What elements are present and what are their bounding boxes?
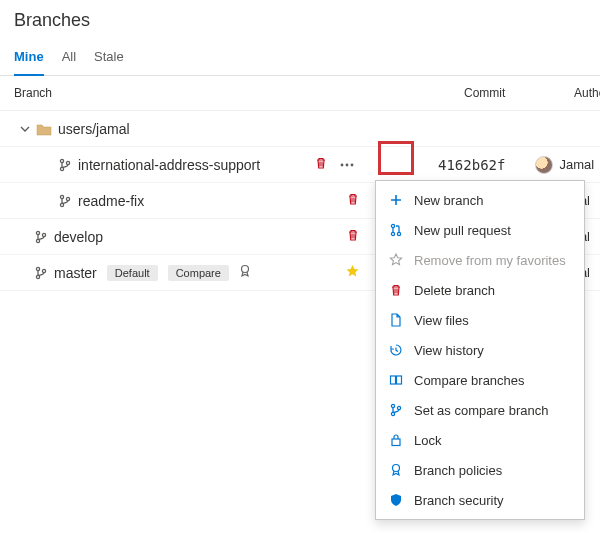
tabs-bar: Mine All Stale xyxy=(0,35,600,76)
svg-point-23 xyxy=(397,406,400,409)
svg-point-11 xyxy=(42,233,45,236)
column-author: Author xyxy=(574,86,600,100)
delete-icon[interactable] xyxy=(314,156,328,173)
folder-name: users/jamal xyxy=(58,121,130,137)
pull-request-icon xyxy=(388,222,404,238)
history-icon xyxy=(388,342,404,358)
svg-point-12 xyxy=(36,267,39,270)
author-name: Jamal xyxy=(559,157,594,172)
plus-icon xyxy=(388,192,404,208)
compare-icon xyxy=(388,372,404,388)
branch-icon xyxy=(58,158,72,172)
folder-row[interactable]: users/jamal xyxy=(0,111,600,147)
chevron-down-icon[interactable] xyxy=(20,124,30,134)
branch-row[interactable]: international-address-support 4162b62f J… xyxy=(0,147,600,183)
menu-label: Branch policies xyxy=(414,463,502,478)
menu-label: New branch xyxy=(414,193,483,208)
column-commit: Commit xyxy=(464,86,574,100)
svg-point-0 xyxy=(60,159,63,162)
svg-rect-24 xyxy=(392,439,400,446)
menu-label: View files xyxy=(414,313,469,328)
svg-point-17 xyxy=(391,232,394,235)
svg-rect-20 xyxy=(397,376,402,384)
branch-name: international-address-support xyxy=(78,157,260,173)
page-title: Branches xyxy=(14,10,586,31)
branch-icon xyxy=(34,266,48,280)
award-icon xyxy=(388,462,404,478)
menu-new-pr[interactable]: New pull request xyxy=(376,215,584,245)
lock-icon xyxy=(388,432,404,448)
branch-icon xyxy=(58,194,72,208)
menu-lock[interactable]: Lock xyxy=(376,425,584,455)
svg-point-3 xyxy=(341,163,344,166)
svg-point-5 xyxy=(351,163,354,166)
svg-point-15 xyxy=(241,266,248,273)
star-icon[interactable] xyxy=(345,264,360,282)
svg-point-2 xyxy=(66,161,69,164)
branch-icon xyxy=(34,230,48,244)
svg-point-4 xyxy=(346,163,349,166)
trash-icon xyxy=(388,282,404,298)
menu-set-compare[interactable]: Set as compare branch xyxy=(376,395,584,425)
more-options-button[interactable] xyxy=(334,153,360,177)
branch-icon xyxy=(388,402,404,418)
tab-all[interactable]: All xyxy=(62,43,76,75)
menu-label: Branch security xyxy=(414,493,504,508)
menu-label: Remove from my favorites xyxy=(414,253,566,268)
menu-new-branch[interactable]: New branch xyxy=(376,185,584,215)
menu-branch-policies[interactable]: Branch policies xyxy=(376,455,584,485)
tab-mine[interactable]: Mine xyxy=(14,43,44,76)
avatar xyxy=(535,156,553,174)
svg-point-16 xyxy=(391,224,394,227)
svg-point-9 xyxy=(36,231,39,234)
shield-icon xyxy=(388,492,404,508)
column-headers: Branch Commit Author xyxy=(0,76,600,111)
column-branch: Branch xyxy=(14,86,364,100)
menu-branch-security[interactable]: Branch security xyxy=(376,485,584,515)
menu-label: Delete branch xyxy=(414,283,495,298)
menu-view-history[interactable]: View history xyxy=(376,335,584,365)
menu-delete-branch[interactable]: Delete branch xyxy=(376,275,584,305)
compare-badge: Compare xyxy=(168,265,229,281)
branch-context-menu: New branch New pull request Remove from … xyxy=(375,180,585,520)
svg-point-21 xyxy=(391,404,394,407)
branch-name: master xyxy=(54,265,97,281)
menu-label: View history xyxy=(414,343,484,358)
award-icon xyxy=(239,264,251,281)
menu-label: Lock xyxy=(414,433,441,448)
commit-hash[interactable]: 4162b62f xyxy=(438,157,505,173)
menu-label: Set as compare branch xyxy=(414,403,548,418)
svg-point-18 xyxy=(397,232,400,235)
star-outline-icon xyxy=(388,252,404,268)
menu-remove-favorite: Remove from my favorites xyxy=(376,245,584,275)
branch-name: readme-fix xyxy=(78,193,144,209)
delete-icon[interactable] xyxy=(346,192,360,209)
default-badge: Default xyxy=(107,265,158,281)
branch-name: develop xyxy=(54,229,103,245)
svg-rect-19 xyxy=(391,376,396,384)
svg-point-8 xyxy=(66,197,69,200)
menu-label: New pull request xyxy=(414,223,511,238)
svg-point-25 xyxy=(393,465,400,472)
delete-icon[interactable] xyxy=(346,228,360,245)
menu-view-files[interactable]: View files xyxy=(376,305,584,335)
folder-icon xyxy=(36,122,52,136)
tab-stale[interactable]: Stale xyxy=(94,43,124,75)
file-icon xyxy=(388,312,404,328)
svg-point-14 xyxy=(42,269,45,272)
svg-point-6 xyxy=(60,195,63,198)
menu-label: Compare branches xyxy=(414,373,525,388)
menu-compare-branches[interactable]: Compare branches xyxy=(376,365,584,395)
